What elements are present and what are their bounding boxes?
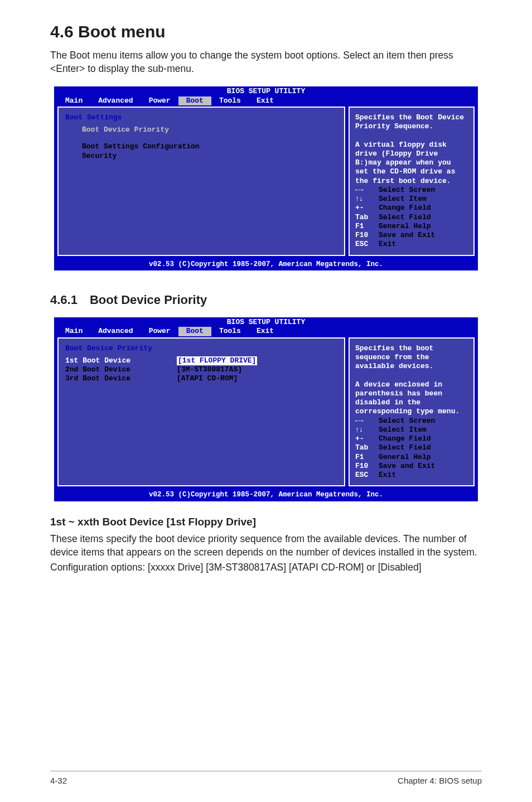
bios-right-panel: Specifies the Boot Device Priority Seque… [349,107,475,256]
tab-boot: Boot [178,327,211,336]
tab-main: Main [57,96,90,105]
key-ud: ↑↓ [355,195,379,204]
bios-screenshot-2: BIOS SETUP UTILITY Main Advanced Power B… [54,317,478,501]
chapter-label: Chapter 4: BIOS setup [398,776,482,785]
key-legend: ←→Select Screen ↑↓Select Item +-Change F… [355,417,468,480]
section-title: 4.6 Boot menu [50,22,482,41]
menu-item-boot-settings-configuration: Boot Settings Configuration [65,142,337,151]
key-f1: F1 [355,453,379,462]
key-pm: +- [355,204,379,212]
tab-power: Power [141,327,178,336]
tab-exit: Exit [249,327,282,336]
tab-main: Main [57,327,90,336]
bios-tab-bar: Main Advanced Power Boot Tools Exit [54,96,478,107]
intro-paragraph: The Boot menu items allow you to change … [50,49,482,75]
help-text: Specifies the Boot Device Priority Seque… [355,113,468,186]
page-footer: 4-32 Chapter 4: BIOS setup [50,771,482,785]
key-f1: F1 [355,222,379,231]
key-ud: ↑↓ [355,426,379,434]
panel-heading: Boot Device Priority [65,344,337,353]
key-f10-desc: Save and Exit [379,462,435,471]
key-f1-desc: General Help [379,453,431,462]
bios-left-panel: Boot Settings Boot Device Priority Boot … [57,107,345,256]
tab-power: Power [141,96,178,105]
tab-advanced: Advanced [90,96,141,105]
bios-title: BIOS SETUP UTILITY [54,317,478,327]
key-esc: ESC [355,471,379,480]
key-esc-desc: Exit [379,240,396,249]
menu-item-boot-device-priority: Boot Device Priority [65,125,337,134]
row2-value: [3M-ST380817AS] [177,365,242,374]
menu-item-security: Security [65,152,337,161]
bios-screenshot-1: BIOS SETUP UTILITY Main Advanced Power B… [54,86,478,270]
key-esc: ESC [355,240,379,249]
tab-boot: Boot [178,96,211,105]
key-f10: F10 [355,231,379,240]
row1-label: 1st Boot Device [65,356,177,365]
tab-tools: Tools [211,327,249,336]
key-f10: F10 [355,462,379,471]
key-pm-desc: Change Field [379,204,431,212]
key-tab: Tab [355,213,379,222]
body-paragraph-1: These items specify the boot device prio… [50,533,482,559]
page-number: 4-32 [50,776,67,785]
paragraph-heading: 1st ~ xxth Boot Device [1st Floppy Drive… [50,516,482,528]
bios-tab-bar: Main Advanced Power Boot Tools Exit [54,327,478,337]
key-lr-desc: Select Screen [379,417,435,426]
bios-left-panel: Boot Device Priority 1st Boot Device [1s… [57,337,345,487]
bios-footer: v02.53 (C)Copyright 1985-2007, American … [54,491,478,501]
key-tab: Tab [355,443,379,452]
body-paragraph-2: Configuration options: [xxxxx Drive] [3M… [50,561,482,574]
key-ud-desc: Select Item [379,426,427,434]
key-esc-desc: Exit [379,471,396,480]
tab-tools: Tools [211,96,249,105]
bios-footer: v02.53 (C)Copyright 1985-2007, American … [54,260,478,271]
key-lr-desc: Select Screen [379,186,435,195]
row3-label: 3rd Boot Device [65,374,177,383]
row2-label: 2nd Boot Device [65,365,177,374]
key-lr: ←→ [355,417,379,426]
key-tab-desc: Select Field [379,443,431,452]
help-text: Specifies the boot sequence from the ava… [355,344,468,417]
key-tab-desc: Select Field [379,213,431,222]
key-ud-desc: Select Item [379,195,427,204]
subsection-title: 4.6.1 Boot Device Priority [50,293,482,307]
key-legend: ←→Select Screen ↑↓Select Item +-Change F… [355,186,468,249]
tab-exit: Exit [249,96,282,105]
key-f1-desc: General Help [379,222,431,231]
key-f10-desc: Save and Exit [379,231,435,240]
key-lr: ←→ [355,186,379,195]
bios-right-panel: Specifies the boot sequence from the ava… [349,337,475,487]
tab-advanced: Advanced [90,327,141,336]
key-pm: +- [355,434,379,443]
bios-title: BIOS SETUP UTILITY [54,86,478,96]
panel-heading: Boot Settings [65,113,337,122]
key-pm-desc: Change Field [379,434,431,443]
row1-value: [1st FLOPPY DRIVE] [177,356,257,365]
row3-value: [ATAPI CD-ROM] [177,374,238,383]
